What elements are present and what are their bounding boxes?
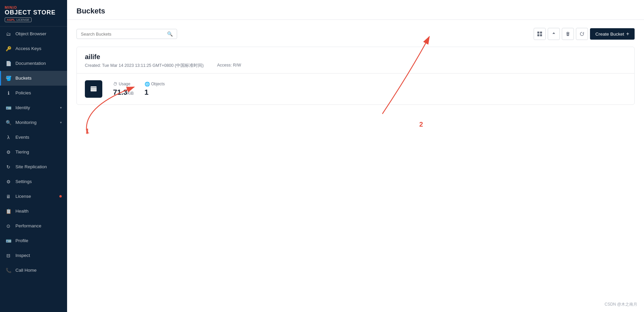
svg-rect-0 [537,32,539,34]
nav-arrow-identity: ▾ [60,106,62,109]
nav-arrow-monitoring: ▾ [60,121,62,124]
nav-dot-license [59,195,62,197]
nav-icon-health: 📋 [5,208,11,214]
sidebar-item-license[interactable]: 🖥 License [0,189,67,204]
main-content: Buckets 🔍 [67,0,644,312]
objects-icon: 🌐 [145,82,150,87]
sidebar-item-settings[interactable]: ⚙ Settings [0,174,67,189]
nav-label-inspect: Inspect [15,253,62,258]
content-area: 🔍 Create Bucket + [67,20,644,312]
toolbar-right: Create Bucket + [534,28,635,40]
svg-rect-2 [537,34,539,36]
nav-label-license: License [15,194,55,199]
bucket-access: Access: R/W [217,63,241,69]
nav-label-profile: Profile [15,238,62,243]
bucket-meta: Created: Tue Mar 14 2023 13:11:25 GMT+08… [85,63,626,69]
nav-icon-object-browser: 🗂 [5,31,11,37]
nav-icon-tiering: ⚙ [5,149,11,155]
delete-button[interactable] [562,28,574,40]
nav-label-events: Events [15,135,62,140]
plus-icon: + [626,31,629,37]
usage-value: 71.3KiB [113,88,134,97]
svg-rect-3 [540,34,542,36]
annotation-2: 2 [419,121,423,128]
nav-label-buckets: Buckets [15,76,62,81]
toolbar: 🔍 Create Bucket + [76,28,635,40]
nav-label-object-browser: Object Browser [15,31,62,36]
sidebar-item-buckets[interactable]: 🪣 Buckets [0,71,67,86]
logo-badge: AGPL LICENSE [5,17,32,22]
bucket-card: ailife Created: Tue Mar 14 2023 13:11:25… [76,47,635,105]
nav-icon-policies: ℹ [5,90,11,96]
nav-label-site-replication: Site Replication [15,164,62,169]
sidebar-item-policies[interactable]: ℹ Policies [0,86,67,100]
search-input[interactable] [81,32,167,37]
sidebar-item-health[interactable]: 📋 Health [0,204,67,219]
annotation-1: 1 [86,127,89,135]
nav-icon-settings: ⚙ [5,179,11,185]
nav-icon-license: 🖥 [5,193,11,199]
bucket-name: ailife [85,53,626,61]
svg-rect-1 [540,32,542,34]
bucket-header: ailife Created: Tue Mar 14 2023 13:11:25… [77,47,634,74]
refresh-button[interactable] [576,28,588,40]
objects-stat: 🌐 Objects 1 [145,82,165,97]
objects-label: 🌐 Objects [145,82,165,87]
create-bucket-label: Create Bucket [595,32,624,37]
usage-number: 71.3 [113,88,127,96]
nav-icon-identity: 🪪 [5,105,11,111]
nav-icon-performance: ⊙ [5,223,11,229]
search-box[interactable]: 🔍 [76,29,177,39]
sidebar-item-events[interactable]: λ Events [0,130,67,145]
nav-icon-documentation: 📄 [5,60,11,66]
bucket-icon [85,80,102,98]
nav-label-monitoring: Monitoring [15,120,56,125]
sidebar-item-identity[interactable]: 🪪 Identity ▾ [0,100,67,115]
logo-main: OBJECT STORE [5,9,62,16]
nav-icon-inspect: ⊟ [5,253,11,259]
sidebar-item-monitoring[interactable]: 🔍 Monitoring ▾ [0,115,67,130]
sidebar-item-documentation[interactable]: 📄 Documentation [0,56,67,71]
nav-label-tiering: Tiering [15,149,62,154]
logo-area: MIN|O OBJECT STORE AGPL LICENSE [0,0,67,27]
objects-value: 1 [145,88,165,97]
nav-label-policies: Policies [15,90,62,95]
nav-label-settings: Settings [15,179,62,184]
nav-label-performance: Performance [15,223,62,228]
watermark: CSDN @木之南月 [604,302,637,307]
sidebar-item-inspect[interactable]: ⊟ Inspect [0,248,67,263]
sidebar-item-site-replication[interactable]: ↻ Site Replication [0,160,67,174]
sidebar-item-access-keys[interactable]: 🔑 Access Keys [0,41,67,56]
sidebar: MIN|O OBJECT STORE AGPL LICENSE 🗂 Object… [0,0,67,312]
nav-icon-monitoring: 🔍 [5,120,11,126]
nav-label-identity: Identity [15,105,56,110]
sidebar-item-profile[interactable]: 🪪 Profile [0,233,67,248]
nav-label-health: Health [15,209,62,214]
bucket-body: ⏱ Usage 71.3KiB 🌐 Objects 1 [77,74,634,104]
grid-view-button[interactable] [534,28,546,40]
usage-icon: ⏱ [113,82,117,87]
search-icon[interactable]: 🔍 [167,31,173,37]
sidebar-item-performance[interactable]: ⊙ Performance [0,219,67,233]
nav-icon-call-home: 📞 [5,267,11,273]
nav-label-call-home: Call Home [15,268,62,273]
top-bar: Buckets [67,0,644,20]
nav-icon-site-replication: ↻ [5,164,11,170]
nav-icon-events: λ [5,134,11,140]
sidebar-item-call-home[interactable]: 📞 Call Home [0,263,67,278]
nav-icon-access-keys: 🔑 [5,46,11,52]
bucket-created: Created: Tue Mar 14 2023 13:11:25 GMT+08… [85,63,204,69]
sidebar-item-tiering[interactable]: ⚙ Tiering [0,145,67,160]
sort-button[interactable] [548,28,560,40]
nav-icon-buckets: 🪣 [5,75,11,81]
usage-stat: ⏱ Usage 71.3KiB [113,82,134,97]
nav-icon-profile: 🪪 [5,238,11,244]
usage-unit: KiB [127,91,134,96]
sidebar-nav: 🗂 Object Browser 🔑 Access Keys 📄 Documen… [0,27,67,278]
sidebar-item-object-browser[interactable]: 🗂 Object Browser [0,27,67,41]
page-title: Buckets [76,7,635,15]
nav-label-documentation: Documentation [15,61,62,66]
usage-label: ⏱ Usage [113,82,134,87]
nav-label-access-keys: Access Keys [15,46,62,51]
create-bucket-button[interactable]: Create Bucket + [590,28,635,40]
